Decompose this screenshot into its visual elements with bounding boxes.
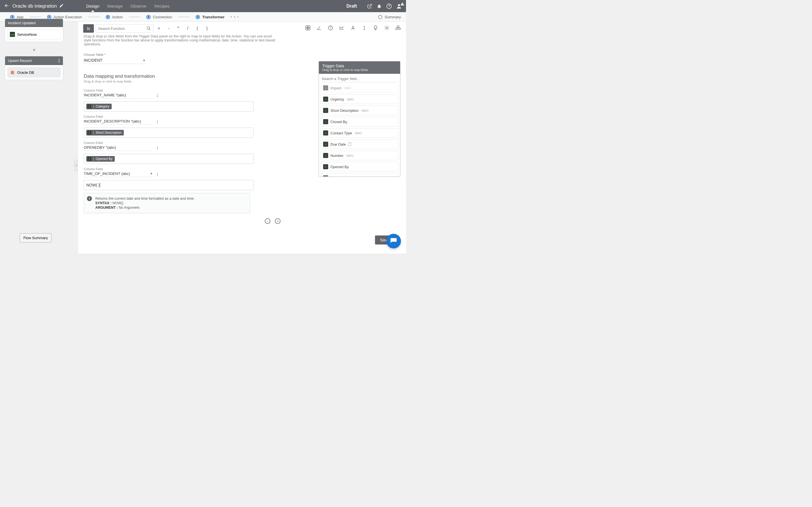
step-connection[interactable]: Connection <box>146 15 172 19</box>
angle-icon[interactable] <box>316 25 322 32</box>
edit-icon[interactable] <box>59 3 64 9</box>
search-icon[interactable] <box>146 26 151 31</box>
trigger-row-urgency[interactable]: nUrgency(abc) <box>320 94 398 104</box>
op-minus[interactable]: - <box>165 24 172 33</box>
collapse-handle-icon[interactable]: ‹ <box>74 160 78 171</box>
op-mult[interactable]: * <box>174 24 182 33</box>
trigger-card-title: Incident Updated <box>5 19 63 27</box>
fx-icon[interactable]: fx <box>83 24 94 33</box>
math-icon[interactable] <box>305 25 311 32</box>
step-action[interactable]: Action <box>106 15 123 19</box>
tab-design[interactable]: Design <box>86 1 100 11</box>
trigger-row-shortdesc[interactable]: nShort Description(abc) <box>320 106 398 115</box>
chip-shortdesc[interactable]: n|Short Description <box>86 130 124 135</box>
trigger-panel-title: Trigger Data <box>322 64 397 68</box>
tab-recipes[interactable]: Recipes <box>154 1 169 11</box>
svg-rect-4 <box>11 73 14 74</box>
trigger-search-input[interactable] <box>322 75 397 82</box>
servicenow-mini-icon: n <box>87 157 91 161</box>
svg-point-12 <box>386 27 388 29</box>
text-icon[interactable] <box>350 25 356 32</box>
flow-summary-button[interactable]: Flow Summary <box>20 233 52 242</box>
map-input-3[interactable]: NOW( ) <box>84 180 254 190</box>
trigger-panel-sub: Drag & drop or click to map fields <box>322 68 397 71</box>
trigger-row-impact[interactable]: nImpact(abc) <box>320 83 398 93</box>
help-icon[interactable] <box>386 3 392 9</box>
oracle-icon <box>10 70 15 75</box>
svg-rect-2 <box>11 71 14 72</box>
tab-manage[interactable]: Manage <box>107 1 123 11</box>
info-badge-icon: i <box>87 196 92 201</box>
trigger-row-state[interactable]: nState(abc) <box>320 173 398 176</box>
clock-icon[interactable] <box>327 25 333 32</box>
map-input-0[interactable]: n|Category <box>84 101 254 112</box>
user-avatar-icon[interactable] <box>396 3 402 9</box>
op-plus[interactable]: + <box>155 24 163 33</box>
servicenow-mini-icon: n <box>323 164 328 169</box>
chevron-down-icon: ▼ <box>143 59 146 62</box>
main-panel: ‹ fx + - * / ( ) Drag & drop or click fi… <box>78 22 406 253</box>
search-function-field[interactable] <box>98 26 146 31</box>
expand-toggle-icon[interactable] <box>5 47 63 56</box>
oracledb-item[interactable]: Oracle DB <box>7 67 61 77</box>
colfield-name-0[interactable]: INCIDENT_NAME *(abc) <box>84 92 153 99</box>
colfield-name-2[interactable]: OPENEDBY *(abc) <box>84 145 153 151</box>
oracledb-label: Oracle DB <box>17 70 34 75</box>
sidebar: Incident Updated now ServiceNow Upsert R… <box>5 18 63 84</box>
svg-rect-6 <box>306 26 308 28</box>
page-title: Oracle db integration <box>12 3 57 9</box>
op-lparen[interactable]: ( <box>193 24 201 33</box>
servicenow-label: ServiceNow <box>17 33 37 37</box>
chip-category[interactable]: n|Category <box>86 104 112 109</box>
trigger-row-number[interactable]: nNumber(abc) <box>320 151 398 160</box>
svg-rect-9 <box>308 28 310 30</box>
colfield-name-3[interactable]: TIME_OF_INCIDENT (abc)▼ <box>84 171 153 177</box>
chart-icon[interactable] <box>339 25 345 32</box>
card-menu-icon[interactable] <box>58 58 60 63</box>
trigger-row-closedby[interactable]: nClosed By <box>320 117 398 126</box>
trigger-row-duedate[interactable]: nDue Date <box>320 139 398 149</box>
gear-icon[interactable] <box>384 25 390 32</box>
svg-rect-7 <box>308 26 310 28</box>
trigger-card: Incident Updated now ServiceNow <box>5 18 63 42</box>
cubes-icon[interactable] <box>395 25 401 32</box>
svg-point-5 <box>147 26 150 29</box>
trigger-row-openedby[interactable]: nOpened By <box>320 162 398 172</box>
helper-text: Drag & drop or click fields from the Tri… <box>78 34 281 49</box>
back-arrow-icon[interactable] <box>4 3 10 10</box>
tab-observe[interactable]: Observe <box>131 1 147 11</box>
servicenow-mini-icon: n <box>323 97 328 102</box>
chat-bubble-icon[interactable] <box>386 234 401 248</box>
svg-rect-3 <box>11 72 14 73</box>
choose-table-select[interactable]: INCIDENT ▼ <box>84 57 146 64</box>
chip-openedby[interactable]: n|Opened By <box>86 156 115 162</box>
servicenow-item[interactable]: now ServiceNow <box>7 29 61 40</box>
action-card: Upsert Record Oracle DB <box>5 56 63 80</box>
step-summary[interactable]: Summary <box>378 15 401 19</box>
info-icon[interactable] <box>361 25 367 32</box>
servicenow-mini-icon: n <box>323 119 328 124</box>
status-badge: Draft <box>347 4 357 9</box>
op-div[interactable]: / <box>184 24 192 33</box>
search-function-input[interactable] <box>96 24 153 33</box>
servicenow-mini-icon: n <box>323 130 328 135</box>
map-input-2[interactable]: n|Opened By <box>84 154 254 164</box>
servicenow-mini-icon: n <box>323 153 328 158</box>
function-bar: fx + - * / ( ) <box>78 22 406 34</box>
action-card-title: Upsert Record <box>8 59 32 63</box>
open-external-icon[interactable] <box>367 4 372 9</box>
colfield-name-1[interactable]: INCIDENT_DESCRIPTION *(abc) <box>84 118 153 125</box>
map-input-1[interactable]: n|Short Description <box>84 128 254 138</box>
bulb-icon[interactable] <box>373 25 378 32</box>
trigger-list[interactable]: nImpact(abc) nUrgency(abc) nShort Descri… <box>319 83 400 176</box>
header-tabs: Design Manage Observe Recipes <box>86 1 170 11</box>
bell-icon[interactable] <box>377 4 382 9</box>
trigger-row-contacttype[interactable]: nContact Type(abc) <box>320 128 398 138</box>
fn-hint: i Returns the current date and time form… <box>84 193 250 213</box>
step-transformer[interactable]: Transformer <box>196 15 224 19</box>
servicenow-mini-icon: n <box>323 108 328 113</box>
remove-mapping-button[interactable]: − <box>265 218 270 224</box>
add-mapping-button[interactable]: + <box>275 218 281 224</box>
op-rparen[interactable]: ) <box>203 24 211 33</box>
choose-table-label: Choose Table * <box>78 49 406 56</box>
